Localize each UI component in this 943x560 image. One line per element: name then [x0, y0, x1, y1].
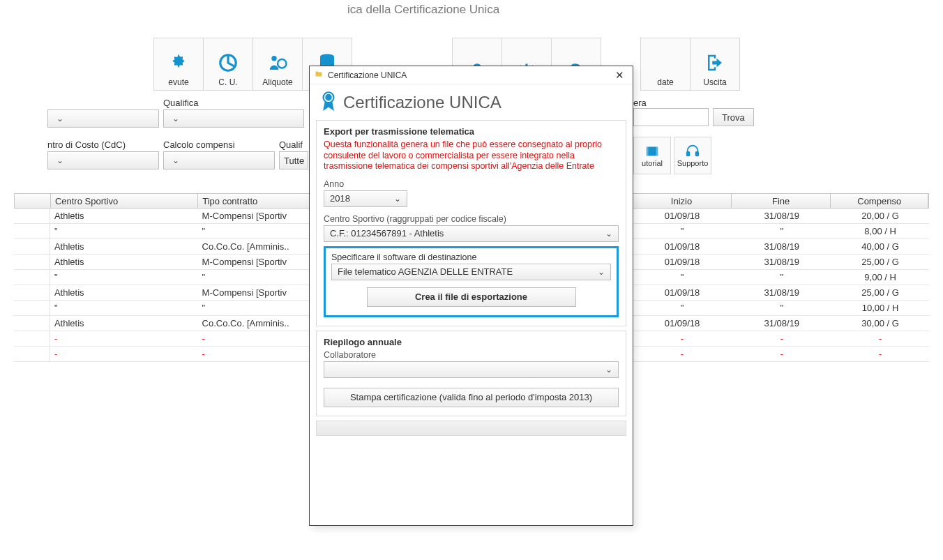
headset-icon — [684, 144, 702, 159]
modal-titlebar: Certificazione UNICA ✕ — [310, 66, 633, 84]
modal-header: Certificazione UNICA — [310, 84, 633, 116]
export-section: Export per trasmissione telematica Quest… — [316, 120, 626, 326]
person-circle-icon — [266, 52, 289, 73]
collab-label: Collaboratore — [324, 350, 619, 360]
export-title: Export per trasmissione telematica — [324, 126, 619, 137]
supporto-button[interactable]: Supporto — [674, 137, 711, 174]
toolbar-label: Uscita — [703, 77, 726, 87]
svg-rect-8 — [656, 147, 658, 156]
search-label-partial: era — [633, 98, 754, 108]
certificazione-modal: Certificazione UNICA ✕ Certificazione UN… — [309, 66, 633, 526]
filter-row-2: ntro di Costo (CdC) Calcolo compensi Qua… — [47, 139, 312, 169]
svg-rect-7 — [647, 147, 649, 156]
toolbar-label: date — [657, 77, 673, 87]
dest-label: Specificare il software di destinazione — [331, 252, 611, 262]
toolbar-exit[interactable]: Uscita — [690, 38, 740, 91]
qualif-dropdown[interactable]: Tutte — [279, 151, 308, 169]
col-fine[interactable]: Fine — [732, 194, 831, 208]
riepilogo-title: Riepilogo annuale — [324, 337, 619, 347]
chevron-down-icon — [601, 228, 612, 239]
toolbar-label: Aliquote — [262, 77, 292, 87]
centro-label: Centro Sportivo (raggruppati per codice … — [324, 214, 619, 224]
chevron-down-icon — [601, 364, 612, 374]
ribbon-award-icon — [167, 52, 190, 73]
anno-dropdown[interactable]: 2018 — [324, 190, 407, 207]
button-label: utorial — [642, 159, 663, 167]
qualif-label: Qualif — [279, 139, 308, 150]
trova-button[interactable]: Trova — [713, 108, 754, 126]
dropdown-value: Tutte — [284, 156, 304, 166]
centro-dropdown[interactable]: C.F.: 01234567891 - Athletis — [324, 225, 619, 242]
cdc-label: ntro di Costo (CdC) — [47, 139, 159, 150]
col-centro[interactable]: Centro Sportivo — [51, 194, 198, 208]
filter-dropdown-1[interactable] — [47, 109, 159, 128]
toolbar-update[interactable]: date — [640, 38, 691, 91]
chevron-down-icon — [594, 266, 605, 277]
ribbon-icon — [319, 90, 338, 114]
tutorial-button[interactable]: utorial — [633, 137, 671, 174]
col-inizio[interactable]: Inizio — [632, 194, 732, 208]
svg-point-12 — [326, 95, 331, 100]
qualifica-dropdown[interactable] — [163, 109, 304, 128]
dest-dropdown[interactable]: File telematico AGENZIA DELLE ENTRATE — [331, 264, 611, 280]
dropdown-value: C.F.: 01234567891 - Athletis — [330, 228, 444, 239]
dropdown-value: File telematico AGENZIA DELLE ENTRATE — [338, 266, 513, 277]
help-buttons: utorial Supporto — [633, 137, 711, 174]
search-group: era Trova — [633, 98, 754, 126]
export-warning: Questa funzionalità genera un file che p… — [324, 139, 619, 172]
collab-dropdown[interactable] — [324, 361, 619, 378]
cdc-dropdown[interactable] — [47, 151, 159, 169]
col-tipo[interactable]: Tipo contratto — [198, 194, 312, 208]
folder-icon — [314, 70, 324, 80]
filter-row-1: Qualifica — [47, 98, 308, 128]
qualifica-label: Qualifica — [163, 98, 304, 108]
svg-point-2 — [278, 59, 287, 68]
toolbar-ricevute[interactable]: evute — [153, 38, 204, 91]
close-button[interactable]: ✕ — [611, 69, 628, 82]
riepilogo-section: Riepilogo annuale Collaboratore Stampa c… — [316, 331, 626, 416]
exit-icon — [703, 52, 727, 73]
blank-icon — [662, 52, 669, 73]
toolbar-right-2: date Uscita — [633, 38, 739, 91]
col-compenso[interactable]: Compenso — [831, 194, 928, 208]
page-title: ica della Certificazione Unica — [347, 3, 499, 17]
calcolo-label: Calcolo compensi — [163, 139, 275, 150]
film-icon — [643, 144, 661, 159]
modal-heading: Certificazione UNICA — [343, 93, 501, 112]
stampa-button[interactable]: Stampa certificazione (valida fino al pe… — [324, 388, 619, 407]
anno-label: Anno — [324, 179, 619, 189]
calcolo-dropdown[interactable] — [163, 151, 275, 169]
window-title: Certificazione UNICA — [328, 70, 407, 80]
toolbar-aliquote[interactable]: Aliquote — [252, 38, 303, 91]
chevron-down-icon — [390, 193, 401, 204]
svg-rect-10 — [696, 152, 699, 156]
button-label: Supporto — [677, 159, 709, 167]
search-input[interactable] — [633, 108, 709, 126]
crea-file-button[interactable]: Crea il file di esportazione — [367, 287, 576, 307]
toolbar-label: C. U. — [218, 77, 237, 87]
toolbar-cu[interactable]: C. U. — [203, 38, 253, 91]
svg-rect-9 — [687, 152, 690, 156]
svg-point-1 — [271, 56, 277, 61]
piechart-icon — [216, 52, 240, 73]
destination-highlight: Specificare il software di destinazione … — [324, 246, 619, 317]
dropdown-value: 2018 — [330, 193, 350, 204]
toolbar-label: evute — [168, 77, 188, 87]
status-strip — [316, 421, 626, 436]
